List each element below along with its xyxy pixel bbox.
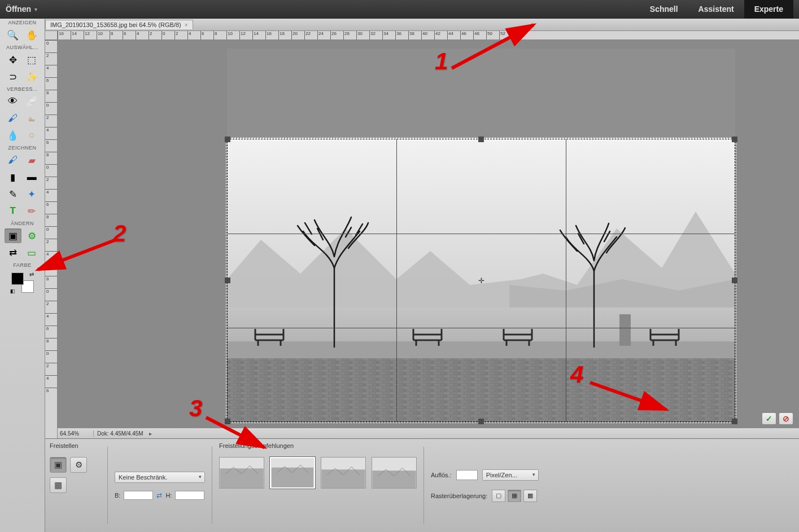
document-size: Dok: 4.45M/4.45M (94, 430, 147, 437)
annotation-1: 1 (435, 48, 448, 75)
status-bar: 64.54% Dok: 4.45M/4.45M ▸ (58, 428, 799, 439)
crop-handle-mr[interactable] (732, 278, 737, 283)
crop-handle-ml[interactable] (225, 278, 230, 283)
crop-mode-perspective-icon[interactable]: ⚙ (70, 457, 87, 473)
swap-colors-icon[interactable]: ⇄ (29, 271, 34, 278)
crop-cancel-button[interactable]: ⊘ (779, 412, 793, 425)
section-verbessern: VERBESS... (0, 85, 45, 93)
image-canvas[interactable]: ✛ (227, 49, 735, 422)
sponge-tool-icon[interactable]: ○ (23, 128, 40, 143)
color-swatch[interactable]: ⇄ ◧ (11, 272, 34, 293)
blur-tool-icon[interactable]: 💧 (5, 128, 21, 143)
canvas-viewport[interactable]: ✛ ✓ ⊘ (58, 40, 799, 428)
crop-suggestion-4[interactable] (372, 457, 417, 489)
zoom-level[interactable]: 64.54% (58, 430, 94, 437)
hand-tool-icon[interactable]: ✋ (23, 28, 40, 42)
lasso-tool-icon[interactable]: ⊃ (5, 69, 21, 84)
svg-rect-11 (220, 468, 263, 488)
crop-mode-photo-icon[interactable]: ▦ (50, 477, 67, 493)
ruler-origin (45, 31, 58, 40)
crop-commit-button[interactable]: ✓ (762, 412, 776, 425)
crop-center-icon: ✛ (477, 276, 485, 284)
text-tool-icon[interactable]: T (5, 204, 21, 218)
mode-assistent[interactable]: Assistent (688, 0, 744, 19)
section-anzeigen: ANZEIGEN (0, 19, 45, 27)
mode-experte[interactable]: Experte (744, 0, 793, 19)
constraint-dropdown[interactable]: Keine Beschränk. (115, 472, 205, 483)
straighten-tool-icon[interactable]: ▭ (23, 245, 40, 260)
crop-handle-bl[interactable] (225, 419, 230, 424)
tool-options-panel: Freistellen ▣ ⚙ ▦ Keine Beschränk. B: ⇄ … (45, 438, 799, 532)
annotation-4: 4 (570, 361, 583, 388)
open-menu[interactable]: Öffnen (6, 5, 31, 14)
svg-rect-13 (272, 468, 313, 487)
grid-overlay-label: Rasterüberlagerung: (431, 493, 487, 499)
document-tabbar: IMG_20190130_153658.jpg bei 64.5% (RGB/8… (0, 19, 799, 31)
suggestions-title: Freistellungsempfehlungen (219, 442, 417, 449)
crop-handle-tl[interactable] (225, 137, 230, 142)
crop-handle-tc[interactable] (478, 137, 484, 142)
svg-rect-17 (372, 471, 416, 488)
section-aendern: ÄNDERN (0, 219, 45, 227)
horizontal-ruler: 1614121086420246810121416182022242628303… (58, 31, 799, 40)
marquee-tool-icon[interactable]: ⬚ (23, 52, 40, 67)
shape-tool-icon[interactable]: ✦ (23, 187, 40, 201)
crop-handle-bc[interactable] (478, 419, 484, 424)
foreground-color-swatch[interactable] (11, 272, 24, 285)
tool-panel: ANZEIGEN 🔍 ✋ AUSWÄHL... ✥ ⬚ ⊃ ✨ VERBESS.… (0, 19, 45, 532)
workspace: 1614121086420246810121416182022242628303… (45, 31, 799, 439)
bucket-tool-icon[interactable]: ▮ (5, 170, 21, 184)
mode-schnell[interactable]: Schnell (640, 0, 688, 19)
pencil-tool-icon[interactable]: ✏ (23, 204, 40, 218)
resolution-unit-dropdown[interactable]: Pixel/Zen... (482, 469, 539, 481)
crop-handle-tr[interactable] (732, 137, 737, 142)
eraser-tool-icon[interactable]: ▰ (23, 153, 40, 168)
vertical-ruler: 02468024680246802468024680246 (45, 40, 58, 439)
status-menu-arrow[interactable]: ▸ (149, 430, 152, 437)
crop-suggestion-2[interactable] (270, 457, 315, 489)
grid-thirds-icon[interactable]: ▦ (508, 490, 521, 502)
quickselect-tool-icon[interactable]: ✨ (23, 69, 40, 84)
resolution-label: Auflös.: (431, 472, 452, 478)
stamp-tool-icon[interactable]: ⎁ (23, 111, 40, 126)
height-label: H: (165, 492, 172, 499)
reset-colors-icon[interactable]: ◧ (10, 288, 15, 294)
resolution-input[interactable] (456, 470, 478, 480)
brush-tool-icon[interactable]: 🖌 (5, 153, 21, 168)
annotation-3: 3 (189, 395, 202, 422)
crop-mode-normal-icon[interactable]: ▣ (50, 457, 67, 473)
section-farbe: FARBE (0, 261, 45, 269)
crop-selection[interactable]: ✛ (227, 139, 735, 422)
crop-suggestion-1[interactable] (219, 457, 264, 489)
open-dropdown-arrow[interactable]: ▾ (34, 6, 37, 12)
section-auswaehlen: AUSWÄHL... (0, 43, 45, 51)
smartbrush-tool-icon[interactable]: 🖌 (5, 111, 21, 126)
crop-handle-br[interactable] (732, 419, 737, 424)
height-input[interactable] (175, 491, 204, 500)
width-label: B: (115, 492, 120, 499)
redeye-tool-icon[interactable]: 👁 (5, 94, 21, 109)
close-tab-icon[interactable]: × (185, 22, 188, 28)
width-input[interactable] (124, 491, 153, 500)
document-tab-title: IMG_20190130_153658.jpg bei 64.5% (RGB/8… (50, 21, 181, 28)
gradient-tool-icon[interactable]: ▬ (23, 170, 40, 184)
swap-wh-icon[interactable]: ⇄ (156, 491, 162, 499)
transform-tool-icon[interactable]: ⇄ (5, 245, 21, 260)
annotation-2: 2 (113, 220, 126, 247)
menubar: Öffnen ▾ Schnell Assistent Experte (0, 0, 799, 19)
move-tool-icon[interactable]: ✥ (5, 52, 21, 67)
options-title: Freistellen (50, 442, 101, 449)
grid-none-icon[interactable]: ▢ (492, 490, 505, 502)
grid-grid-icon[interactable]: ▩ (523, 490, 537, 502)
heal-tool-icon[interactable]: 🩹 (23, 94, 40, 109)
crop-tool-icon[interactable]: ▣ (5, 228, 21, 243)
document-tab[interactable]: IMG_20190130_153658.jpg bei 64.5% (RGB/8… (45, 20, 193, 29)
section-zeichnen: ZEICHNEN (0, 144, 45, 152)
eyedropper-tool-icon[interactable]: ✎ (5, 187, 21, 201)
zoom-tool-icon[interactable]: 🔍 (5, 28, 21, 42)
crop-suggestion-3[interactable] (321, 457, 366, 489)
recompose-tool-icon[interactable]: ⚙ (23, 228, 40, 243)
svg-rect-15 (321, 469, 365, 488)
